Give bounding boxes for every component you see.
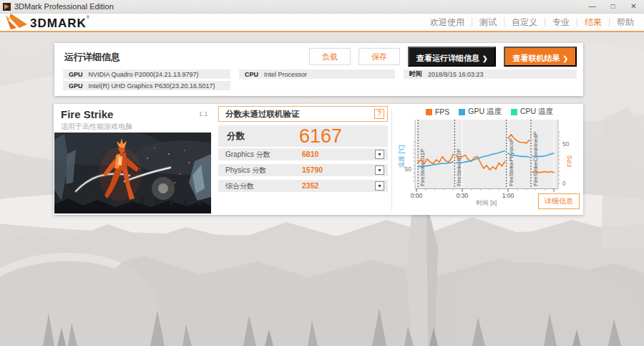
gpu-label: GPU [63,82,89,90]
time-info-row: 时间 2018/8/15 16:03:23 [404,69,577,79]
gpu-value: Intel(R) UHD Graphics P630(23.20.16.5017… [89,82,215,90]
menu-item-results[interactable]: 结果 [577,16,609,29]
svg-text:1:00: 1:00 [502,192,514,199]
physics-score-value: 15790 [302,164,323,176]
main-menu: 欢迎使用 测试 自定义 专业 结果 帮助 [423,16,641,29]
cpu-label: CPU [239,71,264,78]
run-details-actions: 负载 保存 查看运行详细信息❯ 查看联机结果❯ [309,47,577,67]
load-button[interactable]: 负载 [309,48,351,65]
info-column-cpu: CPU Intel Processor [239,69,395,92]
menu-item-help[interactable]: 帮助 [610,16,641,29]
info-column-gpu: GPU NVIDIA Quadro P2000(24.21.13.9797) G… [63,69,230,92]
graphics-score-row: Graphics 分数 6810 ▾ [218,148,388,160]
combined-score-value: 2352 [302,180,318,192]
validation-alert: 分数未通过联机验证 ? [218,106,388,122]
svg-text:0:30: 0:30 [457,192,469,199]
physics-score-label: Physics 分数 [225,164,266,176]
menu-item-custom[interactable]: 自定义 [504,16,545,29]
section-divider [391,110,392,210]
cpu-value: Intel Processor [264,71,307,78]
svg-text:FireStrikeGt2P: FireStrikeGt2P [456,149,462,186]
physics-score-row: Physics 分数 15790 ▾ [218,164,388,176]
3dmark-logo-icon: 3DMARK ® [6,13,93,32]
validation-message: 分数未通过联机验证 [225,109,300,120]
app-icon [3,3,11,11]
3dmark-logo: 3DMARK ® [6,13,93,32]
svg-text:50: 50 [405,165,412,173]
benchmark-version: 1.1 [199,110,208,117]
help-icon[interactable]: ? [374,109,384,119]
save-button[interactable]: 保存 [358,48,400,65]
gpu-label: GPU [63,71,89,78]
dropdown-icon[interactable]: ▾ [375,181,384,191]
svg-text:0:00: 0:00 [411,192,423,199]
view-online-result-button[interactable]: 查看联机结果❯ [504,47,577,67]
close-button[interactable]: ✕ [623,0,644,13]
system-info-grid: GPU NVIDIA Quadro P2000(24.21.13.9797) G… [63,69,577,92]
legend-item-cpu-temp: CPU 温度 [511,107,553,117]
dropdown-icon[interactable]: ▾ [375,150,384,159]
overall-score-value: 6167 [299,125,342,147]
3dmark-window: { "window": { "title": "3DMark Professio… [0,0,644,346]
navbar: 3DMARK ® 欢迎使用 测试 自定义 专业 结果 帮助 [0,14,644,32]
benchmark-name: Fire Strike [61,108,113,120]
run-details-card: 运行详细信息 负载 保存 查看运行详细信息❯ 查看联机结果❯ GPU NVIDI… [54,43,583,96]
fps-swatch-icon [426,109,432,115]
svg-text:FireStrikePhysicsP: FireStrikePhysicsP [508,138,514,186]
combined-score-label: 综合分数 [225,180,254,192]
score-label: 分数 [227,125,245,147]
cpu-temp-swatch-icon [511,109,517,115]
legend-item-gpu-temp: GPU 温度 [459,107,502,117]
svg-text:50: 50 [562,140,570,148]
gpu-info-row: GPU NVIDIA Quadro P2000(24.21.13.9797) [63,69,230,79]
titlebar: 3DMark Professional Edition — □ ✕ [0,0,644,14]
info-column-time: 时间 2018/8/15 16:03:23 [404,69,577,92]
dropdown-icon[interactable]: ▾ [375,165,384,175]
time-value: 2018/8/15 16:03:23 [428,71,484,78]
svg-text:时间 [s]: 时间 [s] [477,199,497,206]
svg-text:3DMARK: 3DMARK [30,16,87,30]
time-label: 时间 [404,69,428,79]
run-details-title: 运行详细信息 [64,51,120,64]
gpu-temp-swatch-icon [459,109,465,115]
svg-text:0: 0 [562,180,566,187]
maximize-button[interactable]: □ [602,0,623,13]
menu-item-benchmarks[interactable]: 测试 [472,16,504,29]
chevron-right-icon: ❯ [482,55,488,62]
benchmark-subtitle: 适用于高性能游戏电脑 [61,122,132,132]
combined-score-row: 综合分数 2352 ▾ [218,180,388,192]
svg-text:温度 [℃]: 温度 [℃] [398,145,405,168]
menu-item-professional[interactable]: 专业 [545,16,577,29]
view-run-details-button[interactable]: 查看运行详细信息❯ [408,47,497,67]
gpu-value: NVIDIA Quadro P2000(24.21.13.9797) [89,71,199,78]
svg-text:FPS: FPS [566,155,573,167]
graphics-score-value: 6810 [302,148,318,160]
graphics-score-label: Graphics 分数 [225,148,270,160]
chart-legend: FPS GPU 温度 CPU 温度 [396,107,583,117]
window-title: 3DMark Professional Edition [14,2,114,11]
score-panel: 分数未通过联机验证 ? 分数 6167 Graphics 分数 6810 ▾ P… [218,104,388,215]
cpu-info-row: CPU Intel Processor [239,69,395,79]
svg-text:FireStrikeCombinedP: FireStrikeCombinedP [532,132,539,186]
chevron-right-icon: ❯ [562,55,568,62]
menu-item-welcome[interactable]: 欢迎使用 [423,16,472,29]
svg-text:®: ® [87,15,89,19]
fire-strike-thumbnail [54,133,211,213]
minimize-button[interactable]: — [582,0,602,13]
legend-item-fps: FPS [426,107,449,116]
details-button[interactable]: 详细信息 [538,193,580,209]
benchmark-result-card: Fire Strike 1.1 适用于高性能游戏电脑 [54,104,583,215]
overall-score-row: 分数 6167 [218,125,388,147]
window-controls: — □ ✕ [582,0,644,13]
gpu-info-row: GPU Intel(R) UHD Graphics P630(23.20.16.… [63,81,230,90]
svg-text:FireStrikeGt1P: FireStrikeGt1P [419,149,426,186]
